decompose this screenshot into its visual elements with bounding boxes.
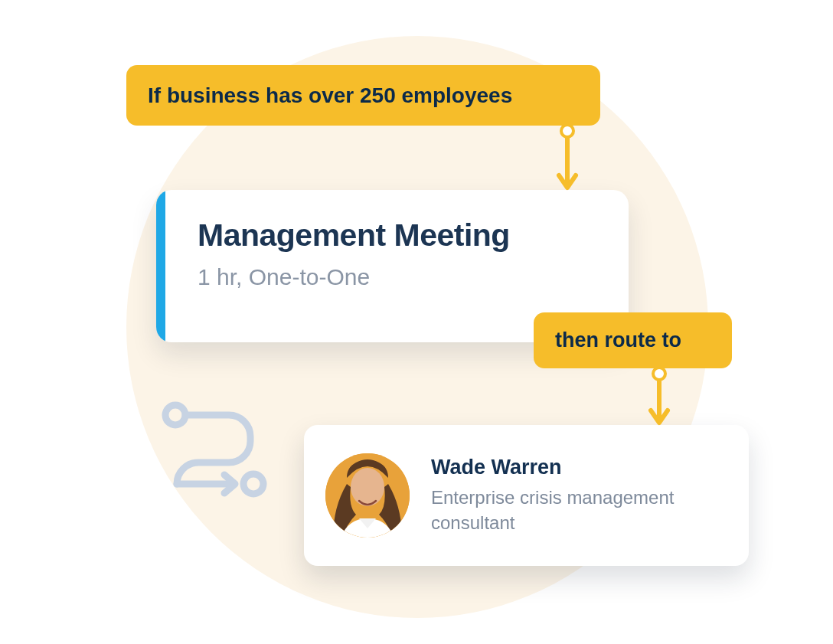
svg-point-3 <box>351 468 384 506</box>
route-path-icon <box>155 398 278 505</box>
person-name: Wade Warren <box>431 456 726 479</box>
arrow-down-icon <box>556 125 579 195</box>
routing-diagram: Management Meeting 1 hr, One-to-One Wade… <box>0 0 833 644</box>
meeting-title: Management Meeting <box>198 217 510 253</box>
route-label: then route to <box>555 329 681 352</box>
condition-label: If business has over 250 employees <box>148 83 512 108</box>
condition-tag: If business has over 250 employees <box>126 65 600 126</box>
meeting-card-body: Management Meeting 1 hr, One-to-One <box>165 190 541 342</box>
arrow-down-icon <box>648 368 671 430</box>
route-tag: then route to <box>534 312 732 368</box>
svg-point-1 <box>243 474 263 494</box>
svg-point-7 <box>653 368 665 380</box>
meeting-card-accent <box>156 190 165 342</box>
person-text: Wade Warren Enterprise crisis management… <box>431 456 726 535</box>
svg-point-5 <box>561 125 573 137</box>
person-role: Enterprise crisis management consultant <box>431 485 726 535</box>
person-card: Wade Warren Enterprise crisis management… <box>304 425 749 566</box>
meeting-subtitle: 1 hr, One-to-One <box>198 264 510 290</box>
avatar-image <box>325 453 410 538</box>
